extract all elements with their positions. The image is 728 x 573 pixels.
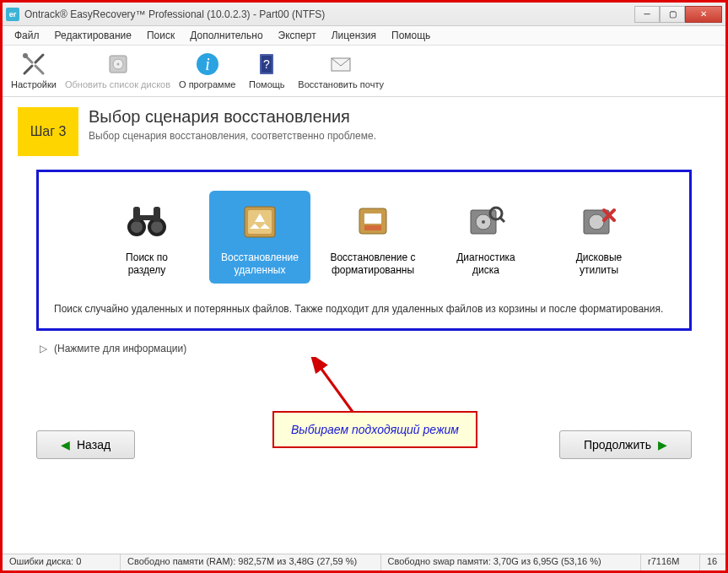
menu-license[interactable]: Лицензия (325, 28, 383, 43)
scenario-panel: Поиск по разделу Восстановление удаленны… (36, 170, 692, 331)
svg-text:i: i (205, 55, 210, 73)
svg-line-29 (319, 365, 353, 412)
menubar: Файл Редактирование Поиск Дополнительно … (3, 26, 725, 46)
back-label: Назад (77, 438, 111, 451)
toolbar-settings-label: Настройки (11, 79, 57, 89)
svg-rect-14 (133, 207, 140, 222)
scenario-disk-utilities[interactable]: Дисковые утилиты (548, 191, 650, 284)
menu-help[interactable]: Помощь (385, 28, 437, 43)
svg-point-0 (23, 53, 28, 58)
arrow-right-icon: ▶ (658, 438, 667, 451)
scenario-label: Восстановление удаленных (221, 251, 299, 277)
toolbar-about[interactable]: i О программе (179, 51, 235, 89)
scenario-description: Поиск случайно удаленных и потерянных фа… (54, 302, 674, 316)
status-swap: Свободно swap памяти: 3,70G из 6,95G (53… (381, 554, 642, 570)
info-icon: i (194, 51, 221, 78)
menu-edit[interactable]: Редактирование (48, 28, 138, 43)
disk-refresh-icon (105, 51, 132, 78)
recycle-disk-icon (233, 197, 287, 245)
scenario-label: Дисковые утилиты (576, 251, 623, 277)
toolbar-mail-label: Восстановить почту (298, 79, 384, 89)
step-header: Шаг 3 Выбор сценария восстановления Выбо… (3, 97, 725, 166)
scenario-label: Восстановление с форматированны (330, 251, 415, 277)
svg-rect-21 (364, 225, 381, 230)
toolbar-help-label: Помощь (249, 79, 285, 89)
svg-rect-20 (364, 214, 381, 224)
svg-point-24 (482, 220, 485, 224)
status-errors: Ошибки диска: 0 (3, 554, 121, 570)
annotation-callout: Выбираем подходящий режим (272, 411, 477, 448)
step-badge: Шаг 3 (18, 107, 78, 156)
svg-line-26 (499, 217, 504, 222)
titlebar: er Ontrack® EasyRecovery™ Professional (… (3, 3, 725, 26)
status-r: r7116M (641, 554, 700, 570)
svg-point-3 (116, 63, 119, 66)
svg-point-12 (131, 221, 143, 233)
window-title: Ontrack® EasyRecovery™ Professional (10.… (24, 8, 634, 20)
next-label: Продолжить (584, 438, 651, 451)
svg-text:?: ? (263, 57, 270, 71)
app-icon: er (6, 8, 19, 21)
page-title: Выбор сценария восстановления (89, 107, 376, 127)
binoculars-icon (120, 197, 174, 245)
svg-rect-15 (154, 207, 160, 222)
arrow-left-icon: ◀ (61, 438, 70, 451)
toolbar-help[interactable]: ? Помощь (244, 51, 289, 89)
toolbar-settings[interactable]: Настройки (11, 51, 57, 89)
svg-point-28 (589, 214, 604, 230)
menu-expert[interactable]: Эксперт (272, 28, 323, 43)
scenario-disk-diagnostics[interactable]: Диагностика диска (435, 191, 537, 284)
envelope-icon (327, 51, 354, 78)
close-button[interactable]: ✕ (685, 6, 722, 23)
toolbar-refresh-label: Обновить список дисков (65, 79, 170, 89)
scenario-recover-deleted[interactable]: Восстановление удаленных (209, 191, 310, 284)
toolbar: Настройки Обновить список дисков i О про… (3, 46, 725, 97)
info-expand[interactable]: ▷ (Нажмите для информации) (40, 343, 688, 354)
format-disk-icon (346, 197, 400, 245)
menu-file[interactable]: Файл (8, 28, 46, 43)
menu-search[interactable]: Поиск (140, 28, 181, 43)
statusbar: Ошибки диска: 0 Свободно памяти (RAM): 9… (3, 554, 725, 570)
svg-point-13 (151, 221, 163, 233)
toolbar-restore-mail[interactable]: Восстановить почту (298, 51, 384, 89)
status-n: 16 (700, 554, 725, 570)
scenario-search-partition[interactable]: Поиск по разделу (96, 191, 197, 284)
info-hint-label: (Нажмите для информации) (54, 343, 186, 354)
back-button[interactable]: ◀ Назад (36, 430, 135, 459)
menu-additional[interactable]: Дополнительно (183, 28, 269, 43)
toolbar-about-label: О программе (179, 79, 235, 89)
scenario-label: Поиск по разделу (126, 251, 168, 277)
status-ram: Свободно памяти (RAM): 982,57M из 3,48G … (121, 554, 381, 570)
triangle-right-icon: ▷ (40, 343, 47, 354)
svg-rect-16 (140, 215, 154, 220)
minimize-button[interactable]: ─ (634, 6, 660, 23)
help-book-icon: ? (253, 51, 280, 78)
hdd-tools-icon (572, 197, 626, 245)
toolbar-refresh-disks[interactable]: Обновить список дисков (65, 51, 170, 89)
page-subtitle: Выбор сценария восстановления, соответст… (89, 130, 376, 142)
hdd-magnify-icon (459, 197, 513, 245)
maximize-button[interactable]: ▢ (660, 6, 685, 23)
scenario-label: Диагностика диска (456, 251, 515, 277)
next-button[interactable]: Продолжить ▶ (559, 430, 692, 459)
scenario-recover-formatted[interactable]: Восстановление с форматированны (322, 191, 423, 284)
tools-icon (20, 51, 47, 78)
